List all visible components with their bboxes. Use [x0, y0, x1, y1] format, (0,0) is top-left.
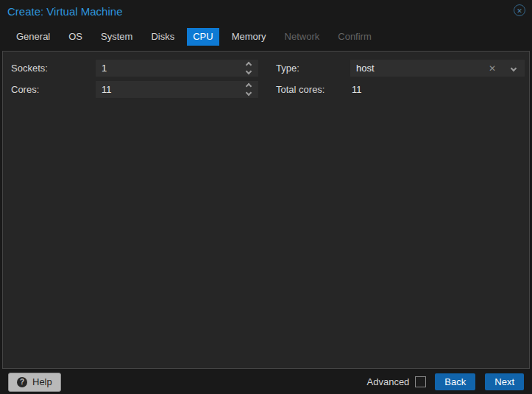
spinner-down-icon[interactable] [246, 90, 252, 96]
spinner-up-icon[interactable] [246, 83, 252, 89]
cores-input[interactable] [96, 81, 258, 98]
help-button[interactable]: ? Help [8, 373, 61, 392]
sockets-field [96, 60, 258, 77]
wizard-tab-bar: General OS System Disks CPU Memory Netwo… [0, 28, 532, 46]
spinner-up-icon[interactable] [246, 62, 252, 68]
dialog-footer: ? Help Advanced Back Next [0, 370, 532, 394]
advanced-label: Advanced [367, 376, 410, 387]
spinner-down-icon[interactable] [246, 68, 252, 74]
tab-memory[interactable]: Memory [226, 28, 272, 46]
cpu-form-panel: Sockets: Type: ✕ Cores: Total cores: 11 [2, 51, 530, 369]
help-button-label: Help [32, 376, 52, 387]
close-icon[interactable]: ✕ [514, 4, 525, 16]
cores-label: Cores: [11, 81, 39, 98]
next-button[interactable]: Next [485, 373, 524, 390]
tab-cpu[interactable]: CPU [187, 28, 219, 46]
type-combo-icons: ✕ [482, 60, 525, 77]
help-icon: ? [17, 377, 27, 387]
dialog-titlebar: Create: Virtual Machine ✕ [0, 0, 532, 24]
sockets-input[interactable] [96, 60, 258, 77]
total-cores-value: 11 [352, 81, 362, 98]
tab-network: Network [279, 28, 326, 46]
tab-disks[interactable]: Disks [145, 28, 180, 46]
clear-icon[interactable]: ✕ [482, 63, 503, 74]
dialog-title: Create: Virtual Machine [7, 5, 122, 18]
back-button[interactable]: Back [435, 373, 475, 390]
type-field: ✕ [350, 60, 525, 77]
footer-actions: Advanced Back Next [367, 373, 524, 390]
advanced-checkbox[interactable] [415, 376, 426, 387]
tab-general[interactable]: General [10, 28, 56, 46]
tab-os[interactable]: OS [63, 28, 88, 46]
type-label: Type: [276, 60, 299, 77]
tab-system[interactable]: System [95, 28, 138, 46]
cores-spinner [244, 81, 253, 98]
cores-field [96, 81, 258, 98]
chevron-down-icon[interactable] [503, 66, 525, 71]
sockets-label: Sockets: [11, 60, 48, 77]
total-cores-label: Total cores: [276, 81, 324, 98]
sockets-spinner [244, 60, 253, 77]
tab-confirm: Confirm [332, 28, 377, 46]
